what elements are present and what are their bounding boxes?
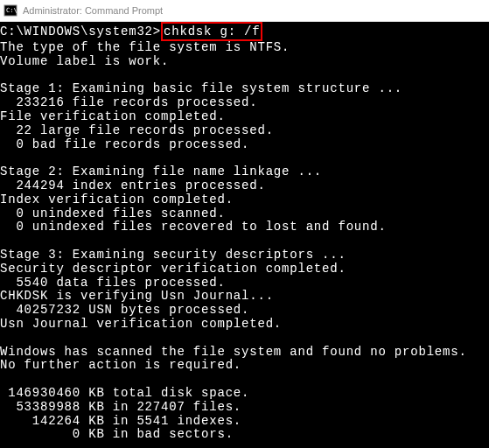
command-input: chkdsk g: /f xyxy=(161,22,262,41)
svg-text:C:\: C:\ xyxy=(6,7,17,14)
title-bar[interactable]: C:\ Administrator: Command Prompt xyxy=(0,0,489,22)
terminal-lines: The type of the file system is NTFS. Vol… xyxy=(0,40,467,441)
window-title: Administrator: Command Prompt xyxy=(23,5,163,16)
prompt: C:\WINDOWS\system32> xyxy=(0,25,161,39)
cmd-icon: C:\ xyxy=(3,4,17,18)
terminal-output[interactable]: C:\WINDOWS\system32>chkdsk g: /fThe type… xyxy=(0,22,489,448)
